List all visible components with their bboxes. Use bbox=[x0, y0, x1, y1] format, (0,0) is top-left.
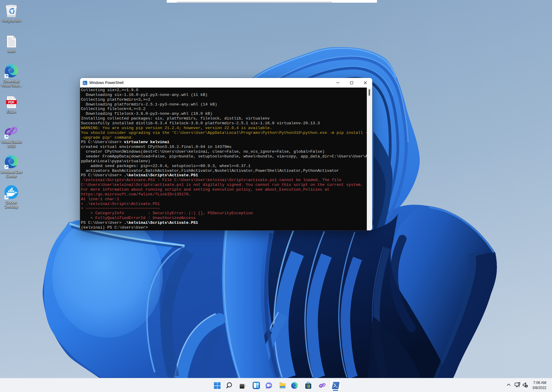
svg-text:PDF: PDF bbox=[8, 100, 15, 104]
